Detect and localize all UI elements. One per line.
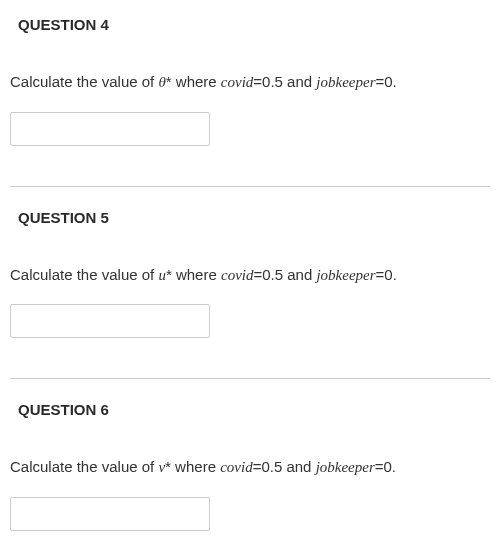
eq-jobkeeper: =0. [376,266,397,283]
question-6-prompt: Calculate the value of v* where covid=0.… [10,456,490,479]
question-4-body: Calculate the value of θ* where covid=0.… [0,71,500,166]
var-jobkeeper: jobkeeper [316,459,375,475]
question-4-heading: QUESTION 4 [18,2,490,51]
prompt-where: where [172,73,221,90]
var-covid: covid [221,74,253,90]
question-5-answer-input[interactable] [10,304,210,338]
divider-2 [10,378,490,379]
prompt-prefix: Calculate the value of [10,458,158,475]
prompt-prefix: Calculate the value of [10,73,158,90]
eq-covid: =0.5 and [253,458,316,475]
question-5-heading: QUESTION 5 [18,195,490,244]
question-4-answer-input[interactable] [10,112,210,146]
var-jobkeeper: jobkeeper [316,74,375,90]
var-covid: covid [220,459,252,475]
eq-jobkeeper: =0. [375,73,396,90]
question-6-body: Calculate the value of v* where covid=0.… [0,456,500,548]
eq-covid: =0.5 and [253,266,316,283]
var-jobkeeper: jobkeeper [316,267,375,283]
question-6-answer-input[interactable] [10,497,210,531]
eq-covid: =0.5 and [253,73,316,90]
symbol-u: u [158,267,166,283]
question-5-block: QUESTION 5 [0,195,500,264]
divider-1 [10,186,490,187]
question-4-prompt: Calculate the value of θ* where covid=0.… [10,71,490,94]
var-covid: covid [221,267,253,283]
question-4-block: QUESTION 4 [0,2,500,71]
question-5-body: Calculate the value of u* where covid=0.… [0,264,500,359]
eq-jobkeeper: =0. [375,458,396,475]
question-6-heading: QUESTION 6 [18,387,490,436]
prompt-prefix: Calculate the value of [10,266,158,283]
prompt-where: where [172,266,221,283]
question-5-prompt: Calculate the value of u* where covid=0.… [10,264,490,287]
prompt-where: where [171,458,220,475]
question-6-block: QUESTION 6 [0,387,500,456]
symbol-theta: θ [158,74,165,90]
